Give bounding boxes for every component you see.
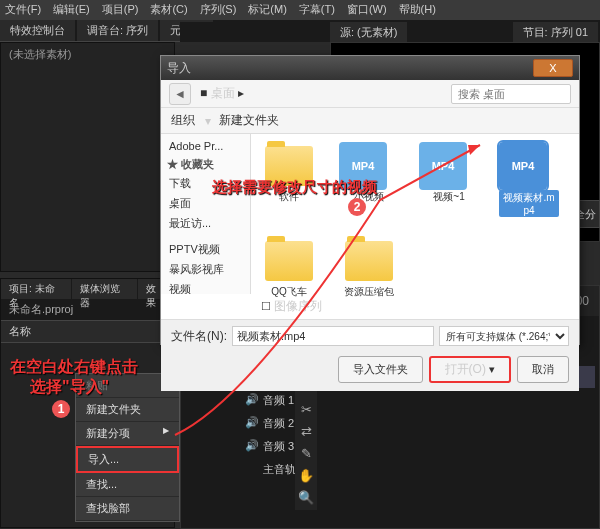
razor-tool-icon[interactable]: ✂: [296, 400, 316, 420]
tab-audio-mixer[interactable]: 调音台: 序列: [77, 20, 158, 41]
nav-back-button[interactable]: ◄: [169, 83, 191, 105]
sidebar-recent-places[interactable]: 最近访...: [165, 214, 246, 233]
menu-clip[interactable]: 素材(C): [150, 2, 187, 18]
nav-path[interactable]: ■ 桌面 ▸: [200, 85, 445, 102]
menu-project[interactable]: 项目(P): [102, 2, 139, 18]
dialog-title: 导入: [167, 60, 533, 77]
search-input[interactable]: [451, 84, 571, 104]
menubar: 文件(F) 编辑(E) 项目(P) 素材(C) 序列(S) 标记(M) 字幕(T…: [0, 0, 600, 20]
track-audio1[interactable]: 🔊音频 1: [185, 389, 595, 411]
cancel-button[interactable]: 取消: [517, 356, 569, 383]
mute-icon[interactable]: 🔊: [245, 416, 259, 430]
menu-new-folder[interactable]: 新建文件夹: [76, 398, 179, 422]
sidebar-recent[interactable]: Adobe Pr...: [165, 138, 246, 154]
tab-effects-control[interactable]: 特效控制台: [0, 20, 75, 41]
menu-edit[interactable]: 编辑(E): [53, 2, 90, 18]
effects-control-panel: (未选择素材): [0, 42, 175, 272]
tab-media-browser[interactable]: 媒体浏览器: [72, 279, 137, 299]
mute-icon[interactable]: 🔊: [245, 439, 259, 453]
sidebar-videos[interactable]: 视频: [165, 280, 246, 294]
open-button[interactable]: 打开(O) ▾: [429, 356, 511, 383]
import-dialog: 导入 X ◄ ■ 桌面 ▸ 组织 ▾ 新建文件夹 Adobe Pr... ★ 收…: [160, 55, 580, 345]
dialog-titlebar: 导入 X: [161, 56, 579, 80]
filename-label: 文件名(N):: [171, 328, 227, 345]
menu-marker[interactable]: 标记(M): [248, 2, 287, 18]
source-monitor-tab[interactable]: 源: (无素材): [330, 22, 407, 42]
sidebar-storm[interactable]: 暴风影视库: [165, 260, 246, 279]
slip-tool-icon[interactable]: ⇄: [296, 422, 316, 442]
file-folder-resources[interactable]: 资源压缩包: [339, 237, 399, 299]
no-footage-label: (未选择素材): [1, 43, 174, 66]
menu-find[interactable]: 查找...: [76, 473, 179, 497]
dialog-toolbar: 组织 ▾ 新建文件夹: [161, 108, 579, 134]
organize-button[interactable]: 组织: [171, 112, 195, 129]
folder-icon: [265, 241, 313, 281]
sidebar-pptv[interactable]: PPTV视频: [165, 240, 246, 259]
new-folder-button[interactable]: 新建文件夹: [219, 112, 279, 129]
file-mp4-selected[interactable]: MP4视频素材.mp4: [499, 142, 559, 217]
menu-window[interactable]: 窗口(W): [347, 2, 387, 18]
filetype-select[interactable]: 所有可支持媒体 (*.264;*.3G2;*: [439, 326, 569, 346]
column-name[interactable]: 名称: [1, 320, 174, 343]
import-folder-button[interactable]: 导入文件夹: [338, 356, 423, 383]
zoom-tool-icon[interactable]: 🔍: [296, 488, 316, 508]
menu-sequence[interactable]: 序列(S): [200, 2, 237, 18]
close-button[interactable]: X: [533, 59, 573, 77]
dialog-footer: 文件名(N): 所有可支持媒体 (*.264;*.3G2;*: [161, 319, 579, 352]
badge-2: 2: [348, 198, 366, 216]
preview-tabs: 源: (无素材) 节目: 序列 01: [180, 22, 600, 42]
mute-icon[interactable]: 🔊: [245, 393, 259, 407]
menu-find-face[interactable]: 查找脸部: [76, 497, 179, 521]
track-master[interactable]: 主音轨: [185, 458, 595, 480]
annotation-line1: 在空白处右键点击: [10, 357, 138, 378]
tab-project[interactable]: 项目: 未命名: [1, 279, 71, 299]
dialog-body: Adobe Pr... ★ 收藏夹 下载 桌面 最近访... PPTV视频 暴风…: [161, 134, 579, 294]
dialog-nav: ◄ ■ 桌面 ▸: [161, 80, 579, 108]
sidebar-favorites-header: ★ 收藏夹: [165, 155, 246, 174]
menu-file[interactable]: 文件(F): [5, 2, 41, 18]
menu-help[interactable]: 帮助(H): [399, 2, 436, 18]
badge-1: 1: [52, 400, 70, 418]
project-tabs: 项目: 未命名 媒体浏览器 效果: [1, 279, 174, 299]
track-audio2[interactable]: 🔊音频 2: [185, 412, 595, 434]
track-audio3[interactable]: 🔊音频 3: [185, 435, 595, 457]
file-folder-qq[interactable]: QQ飞车: [259, 237, 319, 299]
menu-import[interactable]: 导入...: [76, 446, 179, 473]
program-monitor-tab[interactable]: 节目: 序列 01: [513, 22, 598, 42]
file-mp4-video1[interactable]: MP4视频~1: [419, 142, 479, 217]
mp4-icon: MP4: [419, 142, 467, 190]
annotation-line2: 选择"导入": [30, 377, 109, 398]
folder-icon: [345, 241, 393, 281]
hand-tool-icon[interactable]: ✋: [296, 466, 316, 486]
filename-input[interactable]: [232, 326, 434, 346]
pen-tool-icon[interactable]: ✎: [296, 444, 316, 464]
dialog-buttons: 导入文件夹 打开(O) ▾ 取消: [161, 352, 579, 391]
dialog-sidebar: Adobe Pr... ★ 收藏夹 下载 桌面 最近访... PPTV视频 暴风…: [161, 134, 251, 294]
menu-title[interactable]: 字幕(T): [299, 2, 335, 18]
menu-new-item[interactable]: 新建分项: [76, 422, 179, 446]
mp4-icon: MP4: [499, 142, 547, 190]
annotation-top: 选择需要修改尺寸的视频: [212, 178, 377, 197]
file-list[interactable]: 软件 MP4小视频 MP4视频~1 MP4视频素材.mp4 QQ飞车 资源压缩包: [251, 134, 579, 294]
